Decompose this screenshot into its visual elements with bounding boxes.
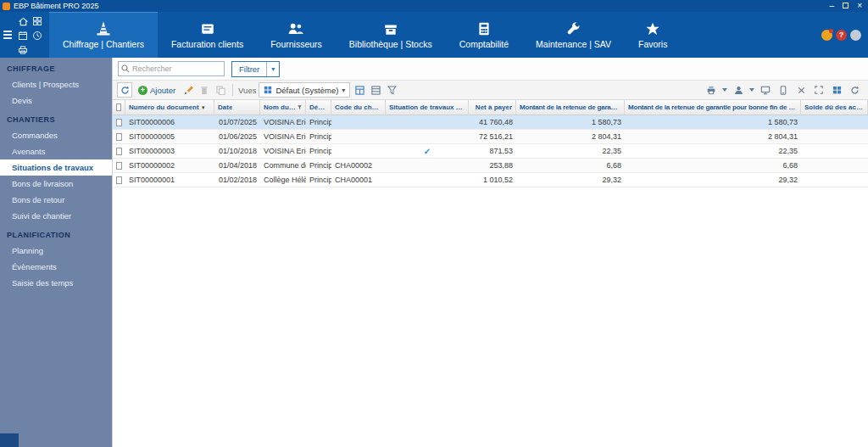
cell-retenue-garantie: 22,35 [516, 144, 625, 158]
people-icon [287, 20, 304, 36]
tab-chiffrage-chantiers[interactable]: Chiffrage | Chantiers [49, 12, 158, 58]
table-row[interactable]: SIT00000006 01/07/2025 VOISINA Eric Prin… [113, 115, 868, 130]
columns-icon[interactable] [830, 83, 843, 97]
phone-icon[interactable] [776, 83, 790, 97]
calendar-icon[interactable] [16, 29, 30, 42]
assistant-icon[interactable] [821, 30, 832, 41]
column-header-retenue-garantie[interactable]: Montant de la retenue de garantie [516, 100, 625, 115]
select-all-checkbox[interactable] [116, 103, 121, 111]
app-logo-icon [3, 3, 10, 10]
filter-button[interactable]: Filtrer ▾ [231, 61, 280, 77]
sidebar-collapse-button[interactable] [0, 433, 19, 447]
table-row[interactable]: SIT00000003 01/10/2018 VOISINA Eric Prin… [113, 144, 868, 159]
cell-date: 01/02/2018 [214, 173, 260, 187]
row-checkbox-cell[interactable] [113, 115, 125, 129]
support-icon[interactable] [850, 30, 861, 41]
tab-bibliotheque-stocks[interactable]: Bibliothèque | Stocks [336, 12, 446, 58]
row-checkbox[interactable] [116, 133, 122, 141]
row-checkbox-cell[interactable] [113, 144, 125, 158]
cell-net-a-payer: 253,88 [469, 159, 516, 172]
column-header-solde-du[interactable]: Solde dû des acomp [801, 100, 868, 115]
search-input[interactable] [132, 64, 221, 73]
close-button[interactable]: × [857, 2, 862, 10]
view-select[interactable]: Défaut (Système) ▾ [259, 82, 350, 98]
refresh-list-icon[interactable] [848, 83, 861, 97]
cell-retenue-bonne-fin: 2 804,31 [625, 130, 801, 143]
column-header-code-du-chantier[interactable]: Code du chantier [331, 100, 386, 115]
refresh-button[interactable] [117, 82, 132, 98]
sidebar-item-situations-de-travaux[interactable]: Situations de travaux [0, 159, 112, 176]
user-menu-button[interactable] [732, 83, 745, 97]
apps-icon[interactable] [31, 14, 44, 28]
chevron-down-icon[interactable] [749, 88, 754, 92]
row-checkbox[interactable] [116, 119, 122, 126]
column-header-numero-du-document[interactable]: Numéro du document▼ [125, 100, 214, 115]
manage-views-icon[interactable] [369, 83, 382, 97]
sidebar-item-bons-de-livraison[interactable]: Bons de livraison [0, 176, 112, 192]
delete-icon[interactable] [198, 83, 211, 97]
table-row[interactable]: SIT00000001 01/02/2018 Collège Hélène Bo… [113, 173, 868, 187]
cell-depot: Principal [306, 130, 331, 143]
sidebar-item-planning[interactable]: Planning [0, 243, 112, 259]
add-label: Ajouter [150, 86, 175, 95]
cell-client: Collège Hélène Boucher [260, 173, 306, 187]
edit-icon[interactable] [181, 83, 195, 97]
tab-facturation-clients[interactable]: Facturation clients [158, 12, 257, 58]
column-header-retenue-bonne-fin[interactable]: Montant de la retenue de garantie pour b… [625, 100, 801, 115]
column-header-depot[interactable]: Dépôt [306, 100, 331, 115]
tab-comptabilite[interactable]: Comptabilité [446, 12, 522, 58]
cell-solde [801, 173, 868, 187]
row-checkbox-cell[interactable] [113, 159, 125, 172]
sidebar-item-devis[interactable]: Devis [0, 92, 112, 109]
select-all-cell[interactable] [113, 100, 125, 115]
column-header-situation-facturee[interactable]: Situation de travaux facturée [386, 100, 469, 115]
row-checkbox[interactable] [116, 162, 122, 170]
tab-label: Comptabilité [459, 39, 509, 49]
list-toolbar: + Ajouter Vues Défaut (Système) ▾ [113, 80, 868, 100]
help-icon[interactable]: ? [836, 30, 847, 41]
sidebar-item-suivi-de-chantier[interactable]: Suivi de chantier [0, 208, 112, 224]
tab-fournisseurs[interactable]: Fournisseurs [257, 12, 336, 58]
save-view-icon[interactable] [353, 83, 366, 97]
row-checkbox-cell[interactable] [113, 130, 125, 143]
maximize-button[interactable] [843, 2, 849, 10]
column-header-net-a-payer[interactable]: Net à payer [469, 100, 516, 115]
menu-icon[interactable] [2, 14, 14, 55]
row-checkbox[interactable] [116, 148, 122, 155]
ribbon-tabs: Chiffrage | Chantiers Facturation client… [49, 12, 681, 58]
sidebar-item-bons-de-retour[interactable]: Bons de retour [0, 192, 112, 208]
row-checkbox-cell[interactable] [113, 173, 125, 187]
cell-client: VOISINA Eric [260, 130, 306, 143]
views-label: Vues [238, 86, 256, 95]
tab-favoris[interactable]: Favoris [625, 12, 681, 58]
sidebar-item-avenants[interactable]: Avenants [0, 143, 112, 159]
printer-icon[interactable] [16, 43, 30, 57]
home-icon[interactable] [16, 14, 30, 28]
sidebar-item-clients-prospects[interactable]: Clients | Prospects [0, 76, 112, 92]
sidebar-item-saisie-des-temps[interactable]: Saisie des temps [0, 275, 112, 291]
view-grid-icon [264, 86, 272, 94]
main-panel: Filtrer ▾ + Ajouter Vues Défaut (Systè [113, 58, 868, 447]
minimize-button[interactable]: – [830, 2, 835, 10]
fullscreen-icon[interactable] [812, 83, 826, 97]
row-checkbox[interactable] [116, 176, 122, 184]
print-button[interactable] [704, 83, 718, 97]
table-row[interactable]: SIT00000005 01/06/2025 VOISINA Eric Prin… [113, 130, 868, 144]
add-button[interactable]: + Ajouter [135, 86, 179, 95]
chevron-down-icon[interactable] [722, 88, 727, 92]
cell-retenue-bonne-fin: 29,32 [625, 173, 801, 187]
sidebar-item-evenements[interactable]: Évènements [0, 259, 112, 275]
duplicate-icon[interactable] [214, 83, 227, 97]
table-row[interactable]: SIT00000002 01/04/2018 Commune de ORPHIN… [113, 159, 868, 173]
sidebar-item-commandes[interactable]: Commandes [0, 127, 112, 143]
clock-icon[interactable] [31, 29, 44, 42]
column-header-nom-du-client[interactable]: Nom du client [260, 100, 306, 115]
column-header-date[interactable]: Date [214, 100, 260, 115]
clear-filter-icon[interactable] [385, 83, 398, 97]
tab-maintenance-sav[interactable]: Maintenance | SAV [522, 12, 625, 58]
cell-retenue-garantie: 6,68 [516, 159, 625, 172]
close-panel-icon[interactable] [794, 83, 808, 97]
app-window: EBP Bâtiment PRO 2025 – × Chiffrage | Ch… [0, 0, 868, 447]
star-icon [645, 20, 660, 36]
monitor-icon[interactable] [759, 83, 772, 97]
